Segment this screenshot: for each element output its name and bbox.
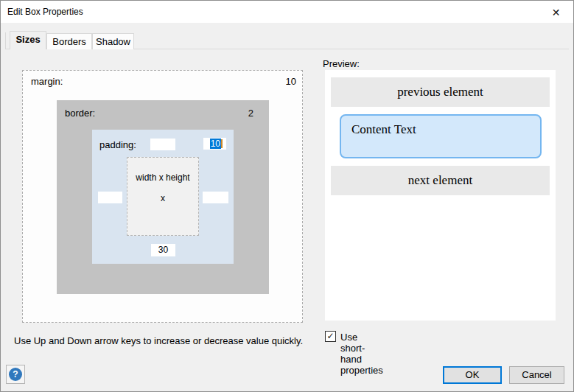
width-height-label: width x height <box>127 172 198 183</box>
content-size-box: width x height x <box>127 157 199 236</box>
help-button[interactable]: ? <box>6 365 25 384</box>
margin-area-box: margin: 10 border: 2 padding: 10 30 widt… <box>22 70 303 323</box>
tab-strip-notch <box>5 32 6 49</box>
tab-shadow[interactable]: Shadow <box>92 33 134 49</box>
text-caret <box>221 139 223 148</box>
preview-previous-element: previous element <box>331 77 550 107</box>
preview-next-element: next element <box>331 166 550 195</box>
padding-left-input[interactable] <box>98 192 122 203</box>
use-shorthand-label[interactable]: Use short-hand properties <box>340 332 383 376</box>
padding-right-input[interactable]: 10 <box>203 138 226 150</box>
close-icon: ✕ <box>552 7 561 18</box>
selected-value: 10 <box>210 139 221 149</box>
padding-label: padding: <box>99 139 136 150</box>
use-shorthand-checkbox[interactable]: ✓ <box>325 331 336 342</box>
tab-sizes[interactable]: Sizes <box>10 31 46 49</box>
padding-area-box: padding: 10 30 width x height x <box>92 130 234 264</box>
border-area-box: border: 2 padding: 10 30 width x height … <box>57 100 269 294</box>
border-label: border: <box>65 108 95 119</box>
preview-panel: previous element Content Text next eleme… <box>325 70 556 321</box>
padding-bottom-input[interactable]: 30 <box>151 244 175 256</box>
window-title: Edit Box Properties <box>7 7 83 17</box>
cancel-button[interactable]: Cancel <box>509 366 564 384</box>
padding-right-mid-input[interactable] <box>203 192 228 203</box>
help-icon: ? <box>9 368 22 381</box>
preview-content-box: Content Text <box>340 114 542 158</box>
hint-text: Use Up and Down arrow keys to increase o… <box>14 335 303 346</box>
padding-top-input[interactable] <box>150 139 175 150</box>
border-value-field[interactable]: 2 <box>248 108 253 119</box>
ok-button[interactable]: OK <box>443 366 502 384</box>
preview-label: Preview: <box>323 58 360 69</box>
close-button[interactable]: ✕ <box>539 1 573 24</box>
preview-content-text: Content Text <box>351 122 416 137</box>
titlebar: Edit Box Properties ✕ <box>1 1 573 23</box>
margin-label: margin: <box>31 76 63 87</box>
checkmark-icon: ✓ <box>326 331 334 341</box>
margin-value-field[interactable]: 10 <box>286 76 296 87</box>
tab-borders[interactable]: Borders <box>46 33 92 49</box>
dimension-separator-label: x <box>127 193 198 203</box>
